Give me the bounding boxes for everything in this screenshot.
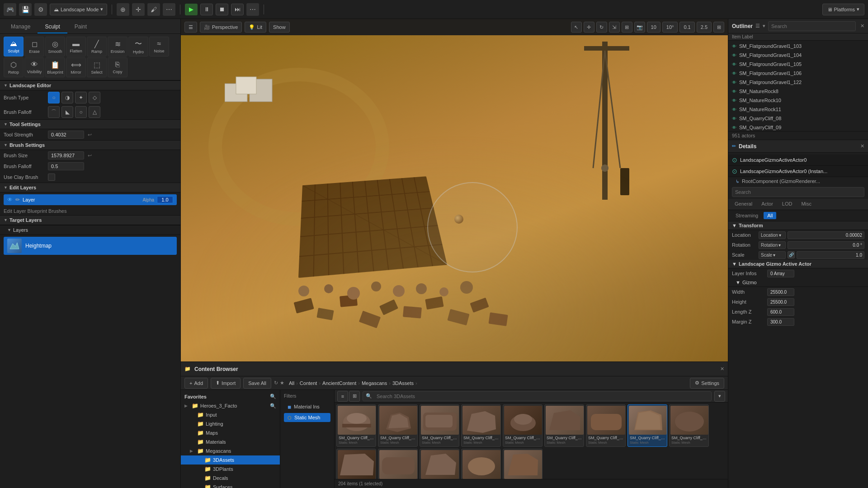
brush-type-smooth[interactable]: ◑ bbox=[61, 92, 73, 103]
brush-size-value[interactable]: 1579.8927 bbox=[48, 151, 84, 160]
landscape-mode-button[interactable]: ⛰ Landscape Mode ▾ bbox=[50, 4, 107, 15]
scale-x-val[interactable]: 1.0 bbox=[797, 251, 864, 259]
sculpt-tool-erosion[interactable]: ≋ Erosion bbox=[108, 37, 127, 56]
asset-sm-quarry-06[interactable]: SM_Quarry Cliff_06 Static Mesh bbox=[544, 404, 584, 447]
location-x-val[interactable]: 0.00002 bbox=[788, 231, 864, 239]
brush-falloff-linear[interactable]: ◣ bbox=[61, 106, 73, 118]
viewport-container[interactable]: ☰ 🎥 Perspective 💡 Lit Show ↖ ✛ ↻ ⇲ bbox=[181, 19, 728, 361]
length-z-val[interactable]: 600.0 bbox=[767, 308, 794, 316]
tool-settings-header[interactable]: ▼ Tool Settings bbox=[0, 119, 180, 129]
asset-sm-quarry-10[interactable]: SM_Quarry Cliff_10 Static Mesh bbox=[336, 449, 376, 479]
import-button[interactable]: ⬆ Import bbox=[211, 378, 241, 389]
path-ancient[interactable]: AncientContent bbox=[322, 380, 356, 386]
target-layers-header[interactable]: ▼ Target Layers bbox=[0, 215, 180, 225]
brush-falloff-val[interactable]: 0.5 bbox=[48, 162, 84, 170]
scale-snap-button[interactable]: 0.1 bbox=[679, 22, 694, 33]
tree-item-lighting[interactable]: 📁 Lighting bbox=[181, 419, 280, 428]
use-clay-checkbox[interactable] bbox=[48, 174, 55, 181]
list-view-icon[interactable]: ≡ bbox=[337, 391, 348, 402]
brush-type-circle[interactable]: ○ bbox=[48, 92, 60, 103]
stop-button[interactable]: ⏹ bbox=[216, 4, 228, 15]
sculpt-tool-flatten[interactable]: ▬ Flatten bbox=[66, 37, 86, 56]
sculpt-tool-retop[interactable]: ⬡ Retop bbox=[4, 57, 24, 77]
path-all[interactable]: All bbox=[289, 380, 294, 386]
outliner-item-2[interactable]: 👁 SM_FlatgroundGravel1_105 bbox=[728, 60, 868, 69]
streaming-tab[interactable]: Streaming bbox=[732, 212, 762, 219]
sculpt-tool-noise[interactable]: ≈ Noise bbox=[149, 37, 169, 56]
show-button[interactable]: Show bbox=[269, 22, 290, 33]
sculpt-tool-ramp[interactable]: ╱ Ramp bbox=[87, 37, 107, 56]
path-megascans[interactable]: Megascans bbox=[362, 380, 387, 386]
outliner-item-7[interactable]: 👁 SM_NatureRock11 bbox=[728, 105, 868, 114]
skip-button[interactable]: ⏭ bbox=[231, 4, 244, 15]
tree-item-megascans[interactable]: ▶ 📁 Megascans bbox=[181, 446, 280, 455]
height-val[interactable]: 25500.0 bbox=[767, 298, 794, 306]
brush-type-cross[interactable]: ✦ bbox=[75, 92, 87, 103]
sculpt-tool-sculpt[interactable]: ⛰ Sculpt bbox=[4, 37, 24, 56]
lit-button[interactable]: 💡 Lit bbox=[245, 22, 266, 33]
details-search-input[interactable] bbox=[732, 187, 864, 197]
tab-lod[interactable]: LOD bbox=[778, 199, 797, 210]
tree-item-input[interactable]: 📁 Input bbox=[181, 410, 280, 419]
brush-falloff-sphere[interactable]: ○ bbox=[75, 106, 87, 118]
outliner-item-1[interactable]: 👁 SM_FlatgroundGravel1_104 bbox=[728, 51, 868, 60]
perspective-button[interactable]: 🎥 Perspective bbox=[200, 22, 242, 33]
sculpt-tool-hydro[interactable]: 〜 Hydro bbox=[128, 37, 148, 56]
gizmo-sub-header[interactable]: ▼ Gizmo bbox=[728, 278, 868, 287]
tree-item-maps[interactable]: 📁 Maps bbox=[181, 428, 280, 437]
location-dropdown[interactable]: Location ▾ bbox=[759, 231, 786, 239]
asset-sm-quarry-13[interactable]: SM_Quarry Cliff_13 Static Mesh bbox=[461, 449, 501, 479]
select-vp-icon[interactable]: ↖ bbox=[571, 22, 582, 33]
tool-strength-value[interactable]: 0.4032 bbox=[48, 131, 84, 139]
pause-button[interactable]: ⏸ bbox=[200, 4, 213, 15]
margin-z-val[interactable]: 300.0 bbox=[767, 318, 794, 326]
layer-pencil-icon[interactable]: ✏ bbox=[15, 197, 20, 203]
tree-item-materials[interactable]: 📁 Materials bbox=[181, 437, 280, 446]
rotation-x-val[interactable]: 0.0 ° bbox=[788, 241, 864, 249]
tab-actor[interactable]: Actor bbox=[757, 199, 778, 210]
tree-item-decals[interactable]: 📁 Decals bbox=[181, 474, 280, 483]
ue-logo[interactable]: 🎮 bbox=[4, 3, 16, 16]
asset-sm-quarry-05[interactable]: SM_Quarry Cliff_05 Static Mesh bbox=[503, 404, 542, 447]
settings-button[interactable]: ⚙ Settings bbox=[690, 378, 724, 389]
brush-tool-icon[interactable]: 🖌 bbox=[147, 3, 160, 16]
move-tool-icon[interactable]: ✛ bbox=[132, 3, 145, 16]
tree-item-3dassets[interactable]: 📁 3DAssets bbox=[181, 455, 280, 465]
sculpt-tool-copy[interactable]: ⎘ Copy bbox=[108, 57, 127, 77]
rotate-vp-icon[interactable]: ↻ bbox=[596, 22, 607, 33]
sculpt-tool-visibility[interactable]: 👁 Visibility bbox=[24, 57, 44, 77]
outliner-item-5[interactable]: 👁 SM_NatureRock8 bbox=[728, 87, 868, 96]
transform-section-header[interactable]: ▼ Transform bbox=[728, 221, 868, 230]
tab-sculpt[interactable]: Sculpt bbox=[38, 21, 67, 33]
tab-misc[interactable]: Misc bbox=[797, 199, 816, 210]
edit-layers-header[interactable]: ▼ Edit Layers bbox=[0, 183, 180, 192]
outliner-item-4[interactable]: 👁 SM_FlatgroundGravel1_122 bbox=[728, 78, 868, 87]
rotation-dropdown[interactable]: Rotation ▾ bbox=[759, 241, 786, 249]
tree-item-heroes[interactable]: ▶ 📁 Heroes_3_Facto 🔍 bbox=[181, 401, 280, 410]
brush-settings-header[interactable]: ▼ Brush Settings bbox=[0, 140, 180, 150]
asset-sm-quarry-08[interactable]: SM_Quarry Cliff_08 Static Mesh bbox=[627, 404, 667, 447]
nav-icon-2[interactable]: ★ bbox=[280, 380, 284, 386]
aspect-button[interactable]: 2.5 bbox=[697, 22, 712, 33]
add-button[interactable]: + Add bbox=[184, 378, 208, 389]
sculpt-tool-erase[interactable]: ◻ Erase bbox=[24, 37, 44, 56]
landscape-editor-header[interactable]: ▼ Landscape Editor bbox=[0, 80, 180, 90]
layer-item[interactable]: 👁 ✏ Layer Alpha 1.0 bbox=[4, 194, 177, 205]
outliner-filter-icon[interactable]: ▾ bbox=[763, 23, 765, 29]
asset-sm-quarry-01[interactable]: SM_Quarry Cliff_01 Static Mesh bbox=[336, 404, 376, 447]
layer-vis-icon[interactable]: 👁 bbox=[7, 197, 13, 203]
save-all-button[interactable]: Save All bbox=[243, 378, 271, 389]
brush-type-square[interactable]: ◇ bbox=[89, 92, 100, 103]
reset-brush-size-icon[interactable]: ↩ bbox=[88, 153, 92, 159]
path-3dassets[interactable]: 3DAssets bbox=[392, 380, 414, 386]
asset-sm-quarry-07[interactable]: SM_Quarry Cliff_07 Static Mesh bbox=[586, 404, 626, 447]
settings-icon[interactable]: ⚙ bbox=[34, 3, 47, 16]
outliner-settings-icon[interactable]: ☰ bbox=[755, 23, 760, 29]
details-instance-row[interactable]: ⊙ LandscapeGizmoActiveActor0 (Instan... bbox=[728, 166, 868, 177]
layer-infos-val[interactable]: 0 Array bbox=[767, 270, 794, 277]
edit-layer-blueprint-link[interactable]: Edit Layer Blueprint Brushes bbox=[0, 207, 180, 215]
outliner-close-icon[interactable]: ✕ bbox=[860, 23, 864, 29]
select-tool-icon[interactable]: ⊕ bbox=[117, 3, 129, 16]
outliner-item-8[interactable]: 👁 SM_QuarryCliff_08 bbox=[728, 114, 868, 123]
reset-strength-icon[interactable]: ↩ bbox=[88, 132, 92, 138]
